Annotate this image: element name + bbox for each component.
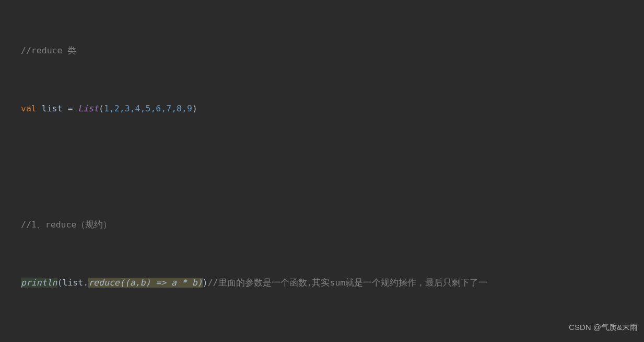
- watermark-text: CSDN @气质&末雨: [569, 317, 638, 337]
- code-line: [21, 331, 644, 342]
- identifier: list: [42, 104, 63, 113]
- number-list: 1,2,3,4,5,6,7,8,9: [104, 104, 192, 113]
- code-line: //1、reduce（规约）: [21, 215, 644, 234]
- code-editor[interactable]: //reduce 类 val list = List(1,2,3,4,5,6,7…: [0, 0, 644, 342]
- code-line: [21, 157, 644, 176]
- warning-highlight: reduce((a,b) => a * b): [88, 278, 203, 288]
- type-ref: List: [78, 104, 99, 113]
- operator: =: [63, 104, 78, 113]
- function-call: println: [21, 278, 57, 288]
- identifier: list.: [62, 278, 88, 288]
- code-line: println(list.reduce((a,b) => a * b))//里面…: [21, 273, 644, 292]
- comment-text: //1、reduce（规约）: [21, 220, 112, 230]
- comment-text: //reduce 类: [21, 45, 76, 55]
- keyword-val: val: [21, 104, 37, 113]
- code-line: //reduce 类: [21, 41, 644, 60]
- code-line: val list = List(1,2,3,4,5,6,7,8,9): [21, 99, 644, 118]
- comment-text: //里面的参数是一个函数,其实sum就是一个规约操作，最后只剩下了一: [208, 278, 488, 288]
